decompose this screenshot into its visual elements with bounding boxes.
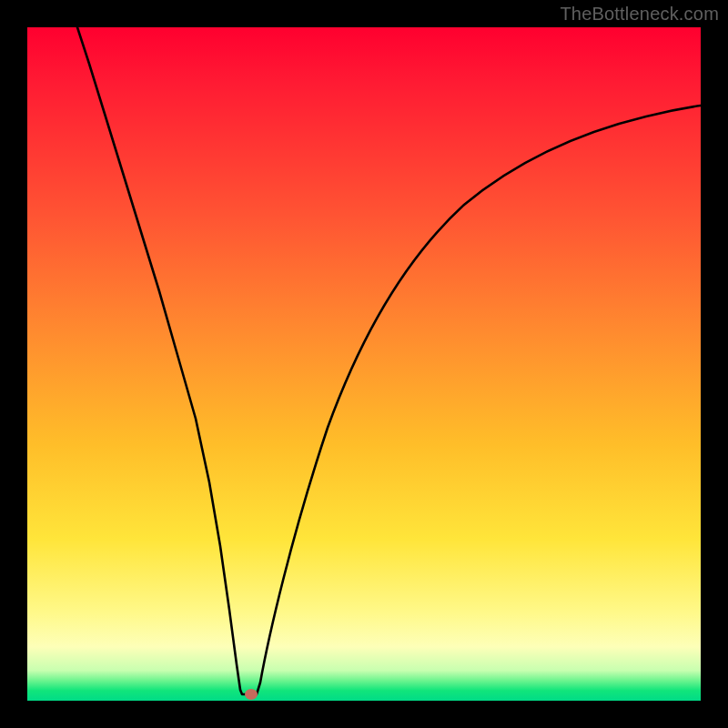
- bottleneck-curve: [27, 27, 701, 701]
- curve-path: [77, 27, 701, 694]
- minimum-marker: [245, 689, 258, 700]
- chart-stage: TheBottleneck.com: [0, 0, 728, 728]
- watermark-text: TheBottleneck.com: [560, 4, 719, 25]
- plot-area: [27, 27, 701, 701]
